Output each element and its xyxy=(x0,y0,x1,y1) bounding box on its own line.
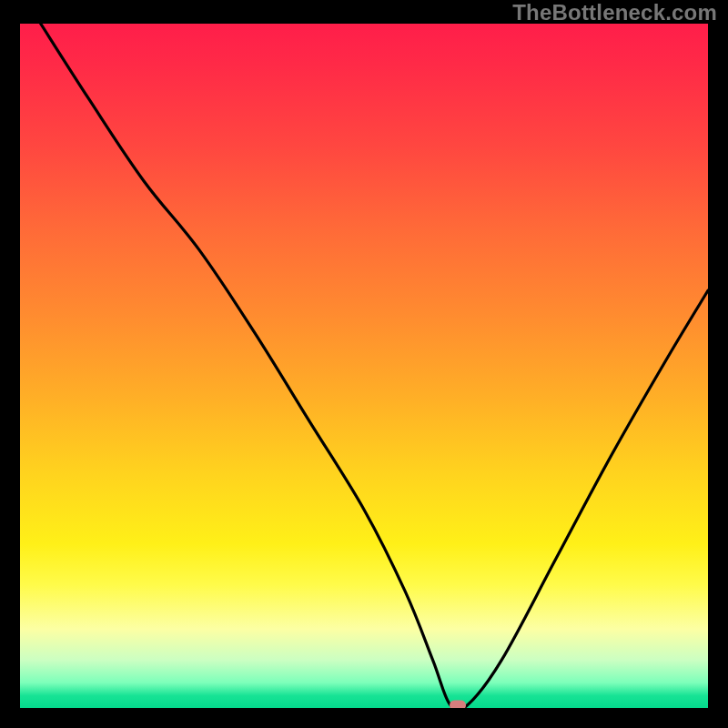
plot-area xyxy=(20,24,708,708)
bottleneck-curve xyxy=(20,24,708,708)
chart-root: TheBottleneck.com xyxy=(0,0,728,728)
watermark-label: TheBottleneck.com xyxy=(512,0,717,25)
optimal-point-marker xyxy=(450,700,466,708)
